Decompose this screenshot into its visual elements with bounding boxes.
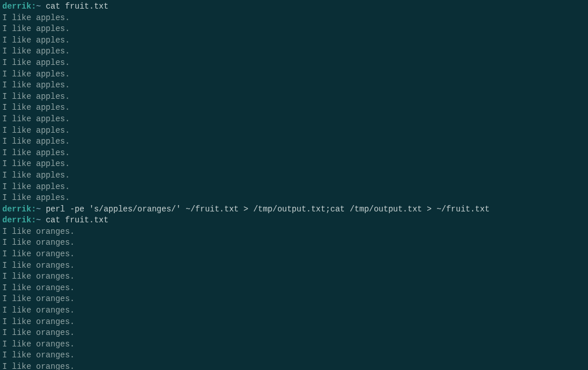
output-text: I like apples. [2,70,70,79]
terminal-output-line: I like oranges. [2,283,586,294]
prompt-separator: : [31,215,36,225]
prompt-path: ~ [36,2,41,11]
terminal-prompt-line: derrik:~ cat fruit.txt [2,215,586,226]
terminal-output-line: I like oranges. [2,226,586,238]
output-text: I like apples. [2,114,70,124]
output-text: I like apples. [2,126,70,135]
terminal-output-line: I like apples. [2,102,586,114]
output-text: I like oranges. [2,317,75,326]
output-text: I like apples. [2,24,70,33]
terminal-output-line: I like apples. [2,69,586,80]
output-text: I like apples. [2,182,70,191]
terminal-output-line: I like apples. [2,136,586,148]
prompt-user: derrik [2,215,31,225]
terminal-prompt-line: derrik:~ perl -pe 's/apples/oranges/' ~/… [2,204,586,215]
terminal-output-line: I like oranges. [2,305,586,317]
terminal-output-line: I like oranges. [2,249,586,260]
output-text: I like oranges. [2,328,75,337]
terminal-output-line: I like apples. [2,159,586,170]
terminal-prompt-line: derrik:~ cat fruit.txt [2,1,586,13]
prompt-user: derrik [2,2,31,11]
command-text: perl -pe 's/apples/oranges/' ~/fruit.txt… [46,205,490,214]
terminal-output-line: I like apples. [2,125,586,137]
terminal-output-line: I like apples. [2,24,586,35]
output-text: I like oranges. [2,227,75,236]
terminal-output-line: I like apples. [2,57,586,69]
terminal-output-line: I like apples. [2,46,586,57]
terminal-output-line: I like oranges. [2,317,586,328]
terminal-output-line: I like oranges. [2,237,586,249]
prompt-path: ~ [36,205,41,214]
prompt-separator: : [31,2,36,11]
output-text: I like apples. [2,47,70,56]
terminal-output-line: I like oranges. [2,260,586,272]
output-text: I like oranges. [2,249,75,259]
output-text: I like oranges. [2,350,75,360]
output-text: I like oranges. [2,261,75,270]
output-text: I like oranges. [2,362,75,370]
terminal-output-line: I like oranges. [2,350,586,361]
output-text: I like apples. [2,13,70,22]
output-text: I like oranges. [2,272,75,281]
output-text: I like apples. [2,159,70,168]
terminal-output-line: I like apples. [2,114,586,125]
output-text: I like oranges. [2,306,75,315]
output-text: I like apples. [2,92,70,101]
output-text: I like apples. [2,193,70,202]
prompt-separator: : [31,205,36,214]
output-text: I like apples. [2,148,70,157]
terminal-output-line: I like oranges. [2,361,586,370]
terminal-output-line: I like oranges. [2,294,586,305]
terminal-output-line: I like oranges. [2,271,586,283]
terminal-output-line: I like apples. [2,170,586,182]
output-text: I like apples. [2,80,70,90]
output-text: I like apples. [2,137,70,146]
terminal-output-line: I like apples. [2,148,586,159]
terminal-output-line: I like apples. [2,91,586,103]
output-text: I like oranges. [2,283,75,292]
prompt-user: derrik [2,205,31,214]
terminal-output-line: I like apples. [2,192,586,204]
output-text: I like oranges. [2,238,75,247]
terminal-viewport[interactable]: derrik:~ cat fruit.txtI like apples.I li… [2,1,586,370]
terminal-output-line: I like apples. [2,80,586,91]
terminal-output-line: I like oranges. [2,339,586,350]
command-text: cat fruit.txt [46,215,109,225]
output-text: I like apples. [2,36,70,45]
output-text: I like apples. [2,58,70,67]
terminal-output-line: I like oranges. [2,327,586,339]
command-text: cat fruit.txt [46,2,109,11]
terminal-output-line: I like apples. [2,182,586,193]
terminal-output-line: I like apples. [2,35,586,47]
output-text: I like oranges. [2,340,75,349]
output-text: I like apples. [2,171,70,180]
output-text: I like apples. [2,103,70,112]
output-text: I like oranges. [2,294,75,303]
terminal-output-line: I like apples. [2,13,586,24]
prompt-path: ~ [36,215,41,225]
